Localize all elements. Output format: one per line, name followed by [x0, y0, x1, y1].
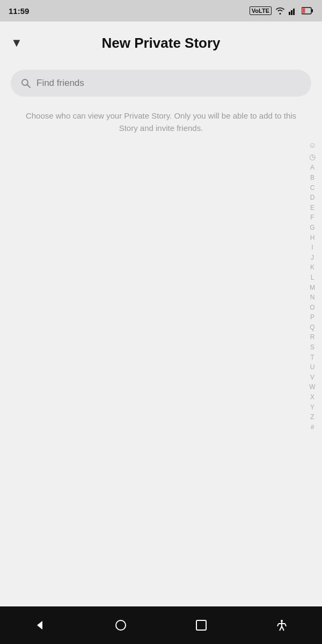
alpha-e[interactable]: E: [307, 203, 318, 213]
alpha-y[interactable]: Y: [307, 402, 318, 413]
svg-rect-0: [289, 12, 290, 15]
svg-rect-5: [312, 9, 313, 12]
svg-rect-1: [291, 10, 292, 15]
svg-rect-6: [303, 9, 305, 13]
svg-point-12: [281, 620, 283, 622]
alpha-w[interactable]: W: [307, 382, 318, 392]
alpha-m[interactable]: M: [307, 283, 318, 293]
alpha-q[interactable]: Q: [307, 323, 318, 333]
back-button[interactable]: ▼: [11, 36, 23, 50]
svg-line-8: [27, 85, 31, 88]
header: ▼ New Private Story: [0, 21, 322, 64]
alpha-k[interactable]: K: [307, 262, 318, 273]
alpha-recent-icon[interactable]: ◷: [307, 151, 318, 163]
alpha-h[interactable]: H: [307, 233, 318, 243]
nav-recents-icon: [195, 619, 208, 632]
wifi-icon: [275, 6, 286, 15]
bottom-nav: [0, 606, 322, 644]
alpha-c[interactable]: C: [307, 183, 318, 193]
status-icons: VoLTE: [250, 6, 313, 15]
alpha-p[interactable]: P: [307, 312, 318, 323]
alpha-g[interactable]: G: [307, 223, 318, 233]
carrier-icon: VoLTE: [250, 6, 272, 15]
battery-icon: [302, 7, 313, 14]
alpha-o[interactable]: O: [307, 303, 318, 313]
alpha-d[interactable]: D: [307, 193, 318, 203]
main-content: ☺ ◷ A B C D E F G H I J K L M N O P Q R …: [0, 140, 322, 606]
svg-rect-11: [196, 620, 206, 630]
alpha-l[interactable]: L: [307, 273, 318, 283]
svg-marker-9: [37, 621, 42, 630]
alpha-a[interactable]: A: [307, 163, 318, 173]
svg-rect-2: [293, 9, 295, 15]
search-icon: [20, 78, 31, 89]
alpha-x[interactable]: X: [307, 392, 318, 402]
search-container: [0, 64, 322, 105]
alpha-hash[interactable]: #: [307, 422, 318, 433]
svg-line-17: [277, 624, 279, 626]
status-time: 11:59: [9, 6, 29, 16]
alpha-f[interactable]: F: [307, 213, 318, 223]
alpha-r[interactable]: R: [307, 332, 318, 342]
search-input[interactable]: [36, 78, 302, 89]
svg-line-16: [282, 626, 284, 631]
alpha-s[interactable]: S: [307, 342, 318, 353]
description-text: Choose who can view your Private Story. …: [0, 105, 322, 140]
alpha-z[interactable]: Z: [307, 412, 318, 422]
nav-accessibility-button[interactable]: [275, 619, 288, 632]
nav-accessibility-icon: [275, 619, 288, 632]
alpha-v[interactable]: V: [307, 372, 318, 383]
svg-line-18: [285, 624, 286, 626]
alpha-index: ☺ ◷ A B C D E F G H I J K L M N O P Q R …: [307, 140, 318, 432]
nav-back-icon: [34, 619, 47, 632]
nav-home-icon: [114, 619, 127, 632]
svg-line-15: [280, 626, 282, 631]
alpha-b[interactable]: B: [307, 173, 318, 183]
alpha-n[interactable]: N: [307, 292, 318, 303]
svg-rect-3: [295, 7, 297, 15]
alpha-smiley-icon[interactable]: ☺: [307, 140, 318, 151]
alpha-i[interactable]: I: [307, 243, 318, 253]
signal-icon: [289, 6, 298, 15]
nav-recents-button[interactable]: [195, 619, 208, 632]
nav-home-button[interactable]: [114, 619, 127, 632]
alpha-j[interactable]: J: [307, 253, 318, 263]
svg-point-10: [116, 620, 126, 630]
status-bar: 11:59 VoLTE: [0, 0, 322, 21]
search-bar[interactable]: [11, 70, 311, 97]
alpha-u[interactable]: U: [307, 362, 318, 372]
alpha-t[interactable]: T: [307, 353, 318, 363]
nav-back-button[interactable]: [34, 619, 47, 632]
page-title: New Private Story: [101, 35, 220, 52]
